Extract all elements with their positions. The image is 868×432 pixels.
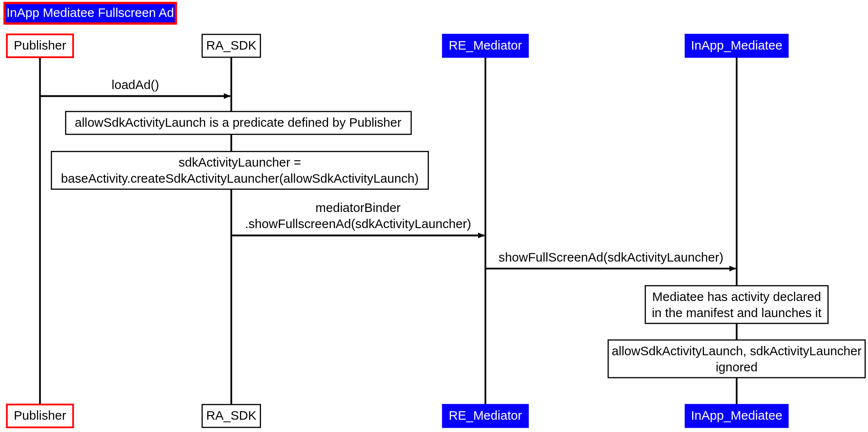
- msg-showfullscreenad-label: showFullScreenAd(sdkActivityLauncher): [499, 250, 723, 264]
- actor-inapp-mediatee-bottom-label: InApp_Mediatee: [691, 408, 782, 422]
- note-launcher-line1: sdkActivityLauncher =: [178, 155, 301, 169]
- note-predicate-label: allowSdkActivityLaunch is a predicate de…: [75, 115, 402, 129]
- diagram-title: InApp Mediatee Fullscreen Ad: [6, 6, 174, 20]
- actor-publisher-bottom-label: Publisher: [14, 408, 67, 422]
- actor-ra-sdk-bottom-label: RA_SDK: [206, 408, 256, 422]
- sequence-diagram: InApp Mediatee Fullscreen Ad Publisher R…: [0, 0, 868, 432]
- note-mediatee-line1: Mediatee has activity declared: [652, 290, 821, 304]
- note-ignored-line2: ignored: [716, 360, 758, 374]
- msg-loadad-label: loadAd(): [111, 78, 159, 92]
- actor-ra-sdk-top-label: RA_SDK: [206, 38, 256, 52]
- actor-re-mediator-bottom-label: RE_Mediator: [449, 408, 522, 422]
- actor-inapp-mediatee-top-label: InApp_Mediatee: [691, 38, 782, 52]
- actor-publisher-top-label: Publisher: [14, 38, 67, 52]
- actor-re-mediator-top-label: RE_Mediator: [449, 38, 522, 52]
- note-launcher-line2: baseActivity.createSdkActivityLauncher(a…: [61, 171, 419, 185]
- msg-mediatorbinder-line1: mediatorBinder: [315, 201, 401, 215]
- note-ignored-line1: allowSdkActivityLaunch, sdkActivityLaunc…: [612, 344, 862, 358]
- note-mediatee-line2: in the manifest and launches it: [652, 306, 822, 320]
- msg-mediatorbinder-line2: .showFullscreenAd(sdkActivityLauncher): [245, 217, 471, 231]
